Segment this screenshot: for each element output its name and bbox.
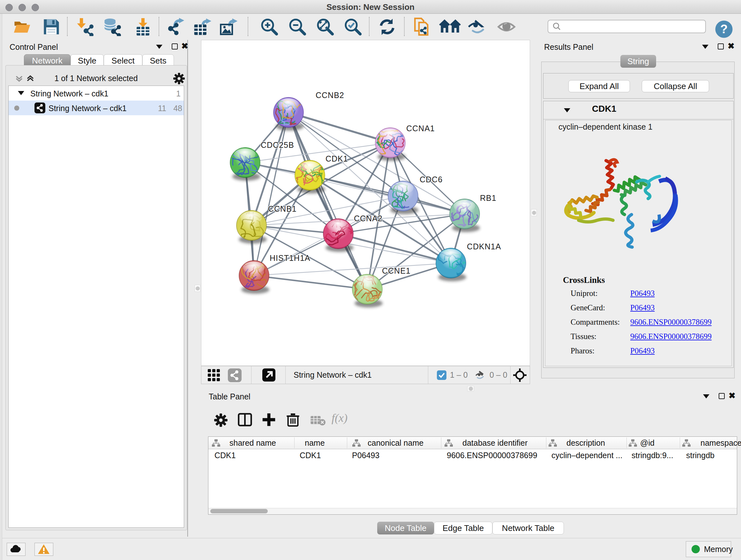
svg-text:CCNB2: CCNB2 <box>316 91 344 100</box>
svg-text:CCNE1: CCNE1 <box>382 266 411 275</box>
svg-text:CCNA1: CCNA1 <box>406 124 435 133</box>
svg-text:?: ? <box>720 22 728 36</box>
svg-text:HIST1H1A: HIST1H1A <box>270 253 310 262</box>
svg-text:RB1: RB1 <box>480 193 496 202</box>
svg-text:CCNB1: CCNB1 <box>268 204 297 213</box>
svg-text:CDC25B: CDC25B <box>261 140 294 149</box>
svg-text:CDC6: CDC6 <box>420 175 443 184</box>
svg-text:CDKN1A: CDKN1A <box>467 242 501 251</box>
svg-text:CCNA2: CCNA2 <box>354 214 383 223</box>
svg-text:CDK1: CDK1 <box>326 154 348 163</box>
